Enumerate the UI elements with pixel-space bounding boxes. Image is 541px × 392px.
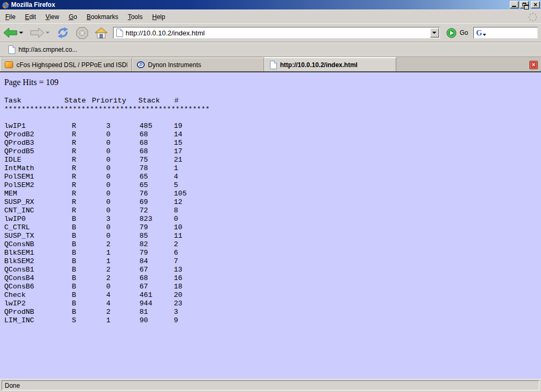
menu-item-file[interactable]: File: [1, 11, 20, 23]
cell: B: [72, 300, 76, 307]
restore-button[interactable]: [520, 1, 529, 8]
menu-item-edit[interactable]: Edit: [20, 11, 41, 23]
back-button[interactable]: [3, 27, 18, 38]
table-row: IDLER07521: [4, 156, 541, 164]
chevron-down-icon: [432, 32, 436, 34]
search-engine-dropdown[interactable]: [483, 34, 486, 36]
close-tab-button[interactable]: ×: [529, 61, 538, 69]
cell: 5: [174, 181, 178, 189]
menu-item-view[interactable]: View: [41, 11, 64, 23]
table-row: lwIP1R348519: [4, 122, 541, 130]
menu-item-go[interactable]: Go: [64, 11, 82, 23]
home-button[interactable]: [95, 27, 108, 39]
table-row: QProdNBB2813: [4, 308, 541, 316]
close-window-button[interactable]: ×: [531, 1, 540, 8]
cell: lwIP0: [4, 215, 26, 223]
throbber-icon: [528, 13, 537, 21]
table-row: QProdB2R06814: [4, 130, 541, 139]
google-logo-icon: G: [476, 29, 482, 36]
cell: 0: [106, 190, 110, 198]
cell: 72: [139, 207, 148, 214]
search-input[interactable]: [488, 29, 541, 37]
forward-dropdown[interactable]: [45, 32, 50, 34]
cell: CNT_INC: [4, 207, 34, 214]
table-row: CheckB446120: [4, 291, 541, 300]
menu-item-tools[interactable]: Tools: [123, 11, 147, 23]
cell: R: [72, 139, 76, 147]
cell: 68: [139, 274, 148, 282]
table-row: QProdB3R06815: [4, 139, 541, 147]
table-row: QConsB6B06718: [4, 283, 541, 291]
cell: QProdB3: [4, 139, 34, 147]
cell: 19: [174, 122, 182, 130]
cell: Stack: [138, 97, 160, 105]
cell: R: [72, 207, 76, 214]
cell: 105: [174, 190, 186, 198]
cell: B: [72, 215, 76, 223]
minimize-button[interactable]: [510, 1, 519, 8]
tab-2[interactable]: DDynon Instruments: [132, 58, 264, 71]
forward-button[interactable]: [30, 27, 44, 38]
cell: 2: [106, 308, 110, 316]
tab-1[interactable]: cFos Highspeed DSL / PPPoE und ISDN CAP.…: [0, 58, 132, 71]
restore-icon: [523, 3, 526, 6]
cell: 0: [106, 283, 110, 291]
cell: 11: [174, 232, 182, 240]
cell: QProdB5: [4, 147, 34, 155]
cell: 69: [139, 198, 148, 206]
cell: 0: [106, 147, 110, 155]
menu-item-help[interactable]: Help: [147, 11, 170, 23]
cell: 2: [106, 274, 110, 282]
cell: PolSEM2: [4, 181, 34, 189]
tab-label: cFos Highspeed DSL / PPPoE und ISDN CAP.…: [16, 61, 127, 69]
cell: QConsB1: [4, 266, 34, 274]
cell: QConsNB: [4, 240, 34, 248]
cell: 0: [106, 173, 110, 181]
cell: 18: [174, 283, 182, 291]
cell: R: [72, 130, 76, 138]
cell: 0: [106, 207, 110, 214]
address-dropdown-button[interactable]: [430, 28, 439, 38]
go-button[interactable]: Go: [446, 28, 468, 38]
reload-button[interactable]: [56, 27, 70, 39]
cell: 8: [174, 207, 178, 214]
cell: 14: [174, 130, 182, 138]
titlebar: Mozilla Firefox ×: [0, 0, 541, 10]
cell: 0: [106, 232, 110, 240]
table-row: BlkSEM1B1796: [4, 249, 541, 257]
cell: 85: [139, 232, 148, 240]
cell: LIM_INC: [4, 316, 34, 324]
cell: B: [72, 223, 76, 231]
cell: 67: [139, 266, 148, 274]
table-row: IntMathR0781: [4, 164, 541, 173]
status-bar: Done: [0, 379, 541, 392]
cell: S: [72, 316, 76, 324]
cell: 21: [174, 156, 182, 164]
cell: 823: [139, 215, 152, 223]
go-icon: [446, 28, 456, 38]
cell: 9: [174, 316, 178, 324]
cell: QConsB6: [4, 283, 34, 291]
cell: lwIP1: [4, 122, 26, 130]
table-row: PolSEM1R0654: [4, 173, 541, 181]
cell: 4: [106, 291, 110, 299]
table-row: MEMR076105: [4, 190, 541, 198]
menu-item-bookmarks[interactable]: Bookmarks: [82, 11, 123, 23]
cell: R: [72, 122, 76, 130]
table-row: SUSP_RXR06912: [4, 198, 541, 207]
bookmark-item[interactable]: http://as.cmpnet.co...: [4, 44, 80, 55]
cell: 3: [106, 215, 110, 223]
menu-items: FileEditViewGoBookmarksToolsHelp: [1, 11, 170, 23]
back-dropdown[interactable]: [19, 32, 23, 34]
stop-button[interactable]: [76, 27, 88, 39]
address-input[interactable]: [126, 28, 430, 38]
tab-3-active[interactable]: http://10.0.10.2/index.html: [264, 57, 396, 71]
cell: 65: [139, 173, 148, 181]
tab-strip: cFos Highspeed DSL / PPPoE und ISDN CAP.…: [0, 57, 541, 72]
cell: BlkSEM1: [4, 249, 34, 257]
cell: 82: [139, 240, 148, 248]
cell: 23: [174, 300, 182, 307]
cell: 79: [139, 223, 148, 231]
cell: 485: [139, 122, 152, 130]
cfos-icon: [5, 61, 13, 68]
